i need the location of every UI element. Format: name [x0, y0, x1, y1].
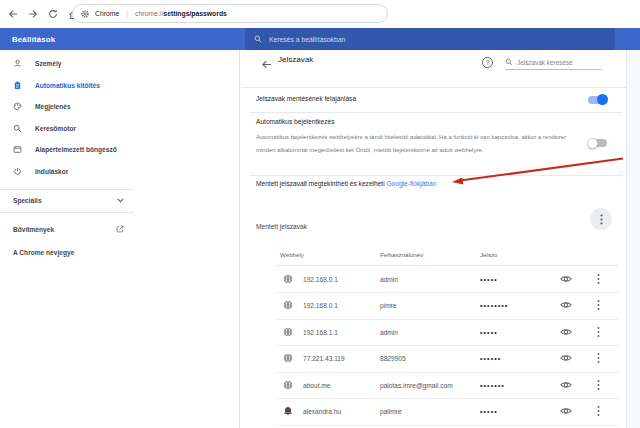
offer-save-label: Jelszavak mentésének felajánlása: [256, 95, 356, 102]
sidebar-item-default-browser[interactable]: Alapértelmezett böngésző: [0, 139, 240, 161]
sidebar-item-appearance[interactable]: Megjelenés: [0, 96, 240, 118]
address-url: chrome://settings/passwords: [135, 10, 227, 17]
sidebar-item-about-chrome[interactable]: A Chrome névjegye: [0, 241, 134, 263]
palette-icon: [13, 102, 22, 111]
reload-icon[interactable]: [45, 6, 61, 22]
table-row[interactable]: about.me palotas.imre@gmail.com •••••••: [275, 372, 618, 400]
sidebar-divider: [0, 212, 134, 213]
username-cell: pimre: [380, 302, 397, 309]
password-cell: •••••: [480, 275, 498, 282]
settings-sidebar: Személy Automatikus kitöltés Megjelenés …: [0, 50, 240, 428]
password-cell: •••••: [480, 408, 498, 415]
show-password-icon[interactable]: [556, 327, 576, 336]
username-cell: admin: [380, 275, 398, 282]
google-account-hint: Mentett jelszavait megtekintheti és keze…: [256, 180, 436, 187]
address-app-name: Chrome: [95, 10, 119, 17]
settings-header-bar: Beállítások Keresés a beállításokban: [0, 28, 640, 50]
globe-icon: [283, 380, 293, 390]
person-icon: [13, 59, 22, 68]
password-search-placeholder: Jelszavak keresése: [517, 59, 573, 66]
settings-search-field[interactable]: Keresés a beállításokban: [245, 28, 615, 50]
username-cell: palimre: [380, 408, 402, 415]
site-cell: alexandra.hu: [303, 408, 341, 415]
sidebar-item-people[interactable]: Személy: [0, 53, 240, 75]
settings-title: Beállítások: [12, 28, 55, 50]
row-menu-icon[interactable]: [592, 300, 604, 311]
row-menu-icon[interactable]: [592, 406, 604, 417]
back-arrow-button[interactable]: [261, 56, 272, 74]
table-row[interactable]: 192.168.0.1 admin •••••: [275, 266, 618, 294]
google-account-link[interactable]: Google-fiókjában: [386, 180, 436, 187]
site-cell: 77.221.43.119: [303, 355, 345, 362]
table-row[interactable]: 77.221.43.119 8829905 ••••••: [275, 345, 618, 373]
sidebar-item-autofill[interactable]: Automatikus kitöltés: [0, 75, 240, 97]
password-search-input[interactable]: Jelszavak keresése: [505, 55, 602, 70]
browser-toolbar: Chrome | chrome://settings/passwords: [0, 0, 640, 28]
globe-icon: [283, 327, 293, 337]
table-row[interactable]: alexandra.hu palimre •••••: [275, 398, 618, 426]
column-password: Jelszó: [480, 251, 498, 258]
row-divider: [250, 175, 622, 176]
chrome-settings-passwords-page: Chrome | chrome://settings/passwords Beá…: [0, 0, 640, 428]
autofill-icon: [13, 81, 22, 90]
forward-icon[interactable]: [25, 6, 41, 22]
alexandra-favicon: [283, 406, 293, 416]
globe-icon: [283, 353, 293, 363]
search-icon: [13, 124, 22, 133]
column-site: Webhely: [280, 251, 304, 258]
browser-window-icon: [13, 145, 22, 154]
open-in-new-icon: [116, 225, 124, 233]
auto-signin-toggle[interactable]: [588, 139, 607, 147]
site-cell: about.me: [303, 381, 331, 388]
row-menu-icon[interactable]: [592, 379, 604, 390]
globe-icon: [283, 300, 293, 310]
row-menu-icon[interactable]: [592, 353, 604, 364]
sidebar-item-on-startup[interactable]: Induláskor: [0, 161, 240, 183]
globe-icon: [283, 274, 293, 284]
show-password-icon[interactable]: [556, 274, 576, 283]
sidebar-item-advanced[interactable]: Speciális: [0, 189, 134, 211]
section-divider: [241, 87, 626, 88]
username-cell: admin: [380, 328, 398, 335]
password-cell: ••••••••: [480, 302, 508, 309]
power-icon: [13, 167, 22, 176]
settings-gear-icon: [80, 9, 90, 19]
saved-passwords-title: Mentett jelszavak: [256, 223, 307, 230]
show-password-icon[interactable]: [556, 301, 576, 310]
scrollbar-track[interactable]: [626, 50, 640, 428]
saved-passwords-menu-button[interactable]: [590, 208, 612, 230]
row-divider: [250, 112, 622, 113]
show-password-icon[interactable]: [556, 354, 576, 363]
table-row[interactable]: 192.168.1.1 admin •••••: [275, 319, 618, 347]
page-title: Jelszavak: [278, 55, 313, 64]
password-cell: •••••••: [480, 381, 505, 388]
site-cell: 192.168.0.1: [303, 302, 338, 309]
row-menu-icon[interactable]: [592, 273, 604, 284]
search-icon: [505, 58, 513, 66]
svg-text:?: ?: [486, 59, 490, 66]
settings-search-placeholder: Keresés a beállításokban: [269, 36, 345, 43]
help-icon[interactable]: ?: [481, 55, 494, 68]
password-cell: ••••••: [480, 355, 501, 362]
search-icon: [254, 35, 262, 43]
chevron-down-icon: [117, 198, 124, 203]
show-password-icon[interactable]: [556, 380, 576, 389]
password-cell: •••••: [480, 328, 498, 335]
site-cell: 192.168.1.1: [303, 328, 338, 335]
back-icon[interactable]: [5, 6, 21, 22]
address-bar[interactable]: Chrome | chrome://settings/passwords: [72, 4, 388, 23]
table-row[interactable]: 192.168.0.1 pimre ••••••••: [275, 292, 618, 320]
row-menu-icon[interactable]: [592, 326, 604, 337]
username-cell: 8829905: [380, 355, 406, 362]
address-separator: |: [126, 10, 128, 17]
kebab-icon: [600, 214, 603, 225]
auto-signin-description: Automatikus bejelentkezés webhelyekre a …: [256, 131, 576, 157]
show-password-icon[interactable]: [556, 407, 576, 416]
password-table-header: Webhely Felhasználónév Jelszó: [275, 243, 618, 266]
username-cell: palotas.imre@gmail.com: [380, 381, 453, 388]
column-username: Felhasználónév: [380, 251, 423, 258]
offer-save-toggle[interactable]: [588, 96, 607, 104]
sidebar-item-extensions[interactable]: Bővítmények: [0, 218, 134, 240]
site-cell: 192.168.0.1: [303, 275, 338, 282]
sidebar-item-search-engine[interactable]: Keresőmotor: [0, 118, 240, 140]
